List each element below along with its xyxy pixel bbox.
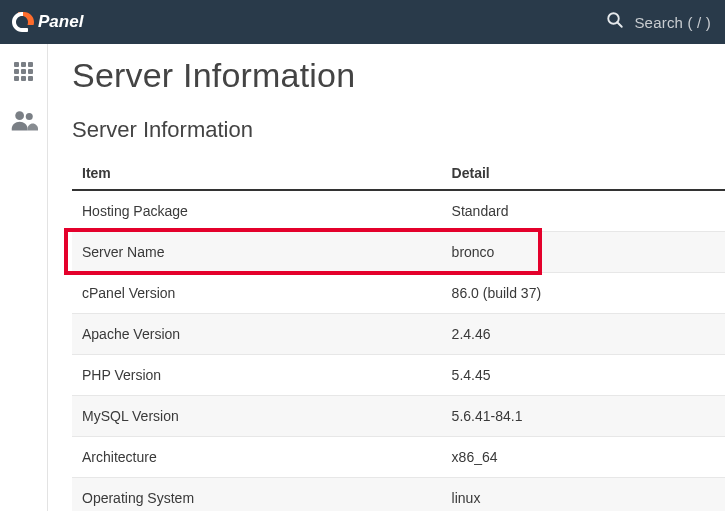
left-nav-rail [0, 44, 48, 511]
cell-detail: 5.4.45 [442, 355, 725, 396]
svg-text:Panel: Panel [38, 12, 85, 31]
server-info-table: Item Detail Hosting PackageStandardServe… [72, 157, 725, 511]
table-row: cPanel Version86.0 (build 37) [72, 273, 725, 314]
table-row: Operating Systemlinux [72, 478, 725, 512]
cell-item: PHP Version [72, 355, 442, 396]
page-title: Server Information [72, 56, 725, 95]
nav-apps-button[interactable] [6, 56, 42, 88]
svg-rect-10 [21, 76, 26, 81]
search-placeholder: Search ( / ) [634, 14, 711, 31]
svg-rect-7 [21, 69, 26, 74]
table-row: Server Namebronco [72, 232, 725, 273]
users-icon [10, 109, 38, 131]
cell-detail: bronco [442, 232, 725, 273]
main-content: Server Information Server Information It… [48, 44, 725, 511]
cell-detail: Standard [442, 190, 725, 232]
svg-rect-9 [14, 76, 19, 81]
cell-item: Architecture [72, 437, 442, 478]
svg-rect-3 [14, 62, 19, 67]
cell-detail: 5.6.41-84.1 [442, 396, 725, 437]
svg-rect-4 [21, 62, 26, 67]
nav-users-button[interactable] [6, 104, 42, 136]
global-search[interactable]: Search ( / ) [606, 11, 711, 33]
section-title: Server Information [72, 117, 725, 143]
svg-point-12 [15, 111, 24, 120]
svg-rect-5 [28, 62, 33, 67]
cpanel-logo[interactable]: Panel [12, 10, 122, 34]
col-header-detail: Detail [442, 157, 725, 190]
table-row: PHP Version5.4.45 [72, 355, 725, 396]
cell-item: Hosting Package [72, 190, 442, 232]
cell-detail: linux [442, 478, 725, 512]
svg-rect-6 [14, 69, 19, 74]
cell-detail: x86_64 [442, 437, 725, 478]
table-row: MySQL Version5.6.41-84.1 [72, 396, 725, 437]
col-header-item: Item [72, 157, 442, 190]
search-icon [606, 11, 624, 33]
svg-rect-11 [28, 76, 33, 81]
table-row: Apache Version2.4.46 [72, 314, 725, 355]
table-row: Hosting PackageStandard [72, 190, 725, 232]
svg-point-13 [25, 113, 32, 120]
apps-grid-icon [12, 60, 36, 84]
cell-item: Apache Version [72, 314, 442, 355]
cell-detail: 86.0 (build 37) [442, 273, 725, 314]
cell-item: MySQL Version [72, 396, 442, 437]
svg-rect-8 [28, 69, 33, 74]
svg-line-2 [618, 22, 623, 27]
topbar: Panel Search ( / ) [0, 0, 725, 44]
cell-item: Server Name [72, 232, 442, 273]
cell-item: Operating System [72, 478, 442, 512]
table-row: Architecturex86_64 [72, 437, 725, 478]
cell-item: cPanel Version [72, 273, 442, 314]
cell-detail: 2.4.46 [442, 314, 725, 355]
